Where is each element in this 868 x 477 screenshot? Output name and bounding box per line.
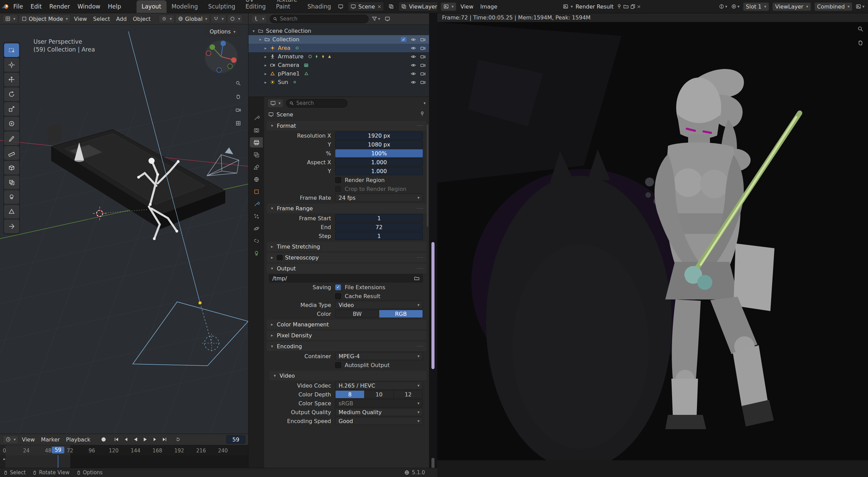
expand-icon[interactable]: ▸ (263, 80, 268, 85)
hide-eye-icon[interactable] (411, 62, 416, 68)
zoom-icon[interactable] (856, 24, 865, 34)
render-menu-image[interactable]: Image (478, 2, 500, 11)
depth-8-button[interactable]: 8 (336, 391, 365, 398)
resolution-y-field[interactable]: 1080 px (335, 140, 423, 149)
gizmo-z-neg[interactable] (217, 68, 222, 72)
outliner-row-pplane1[interactable]: ▸ pPlane1 (248, 69, 429, 78)
outliner-row-sun[interactable]: ▸ Sun (248, 78, 429, 86)
viewport-menu-add[interactable]: Add (113, 15, 129, 23)
tab-world[interactable] (250, 174, 263, 184)
properties-options-icon[interactable]: ▾ (424, 101, 426, 106)
gizmo-x-axis[interactable] (231, 57, 237, 63)
gizmo-z-axis[interactable] (220, 41, 226, 46)
panel-grip-icon[interactable]: ···· (416, 255, 424, 260)
timeline-menu-view[interactable]: View (19, 435, 38, 444)
panel-preset-icon[interactable]: ···· (416, 123, 424, 128)
snap-toggle[interactable]: ▾ (211, 15, 226, 23)
image-datablock-selector[interactable]: ▾ Render Result × (563, 3, 641, 10)
play-reverse-button[interactable] (131, 435, 140, 444)
menu-help[interactable]: Help (104, 2, 125, 11)
network-globe-icon[interactable] (404, 470, 410, 475)
tab-scene[interactable] (250, 162, 263, 172)
gizmo-x-neg[interactable] (206, 51, 211, 56)
expand-icon[interactable]: ▾ (251, 29, 256, 33)
zoom-icon[interactable] (234, 79, 243, 88)
gizmo-y-axis[interactable] (210, 44, 215, 50)
blender-logo-icon[interactable] (1, 2, 10, 11)
color-management-panel-header[interactable]: ▸ Color Management (267, 320, 426, 329)
editor-type-button[interactable]: ▾ (2, 15, 18, 23)
tab-particles[interactable] (250, 211, 263, 221)
timeline-ruler[interactable]: 0 24 48 72 96 120 144 168 192 216 240 59 (0, 445, 248, 455)
layer-dropdown[interactable]: ViewLayer▾ (772, 2, 811, 11)
cache-result-checkbox[interactable] (335, 293, 341, 299)
tab-shading[interactable]: Shading (302, 0, 336, 13)
tool-cursor[interactable] (4, 58, 19, 72)
color-wheel-icon[interactable]: ▾ (731, 2, 740, 11)
outliner-row-camera[interactable]: ▸ Camera (248, 61, 429, 69)
tool-move[interactable] (4, 73, 19, 86)
tool-measure[interactable] (4, 146, 19, 160)
color-rgb-button[interactable]: RGB (379, 310, 423, 318)
frame-start-field[interactable]: 1 (335, 214, 423, 222)
pass-dropdown[interactable]: Combined▾ (814, 2, 852, 11)
viewport-menu-view[interactable]: View (71, 15, 90, 23)
pixel-density-panel-header[interactable]: ▸ Pixel Density (267, 331, 426, 340)
format-panel-header[interactable]: ▾ Format ···· (267, 121, 426, 130)
tool-annotate[interactable] (4, 131, 19, 145)
image-editor-type-button[interactable]: ▾ (441, 2, 456, 11)
properties-editor[interactable]: ▾ ▾ Scene ▾ Format ···· Resolution X1920… (248, 97, 429, 468)
tab-modeling[interactable]: Modeling (167, 0, 203, 13)
outliner-display-mode-icon[interactable] (383, 14, 392, 23)
proportional-edit-toggle[interactable]: ▾ (227, 15, 243, 23)
properties-search[interactable] (286, 99, 347, 108)
light-origin-point[interactable] (198, 301, 202, 305)
next-keyframe-button[interactable] (151, 435, 159, 444)
tool-scale[interactable] (4, 102, 19, 116)
tool-extra-4[interactable] (4, 220, 19, 233)
camera-view-icon[interactable] (234, 106, 243, 114)
menu-file[interactable]: File (10, 2, 27, 11)
output-panel-header[interactable]: ▾ Output ···· (267, 264, 426, 273)
slot-dropdown[interactable]: Slot 1▾ (743, 2, 769, 11)
expand-icon[interactable]: ▸ (263, 71, 268, 76)
unlink-image-icon[interactable]: × (637, 4, 641, 9)
tab-modifiers[interactable] (250, 199, 263, 209)
panel-grip-icon[interactable]: ···· (416, 266, 424, 271)
outliner-filter-icon[interactable]: ▾ (371, 14, 380, 23)
expand-icon[interactable]: ▾ (258, 37, 262, 42)
frame-end-field[interactable]: 72 (335, 223, 423, 231)
menu-render[interactable]: Render (45, 2, 74, 11)
render-window[interactable]: ▾ View Image ▾ Render Result × ▾ ▾ Slot … (437, 0, 868, 477)
render-visibility-icon[interactable] (420, 37, 426, 42)
duplicate-image-icon[interactable] (630, 4, 636, 9)
outliner-row-collection[interactable]: ▾ Collection ✓ (248, 35, 429, 44)
transform-orientation-dropdown[interactable]: Global ▾ (175, 15, 210, 23)
output-path-field[interactable]: /tmp/ (269, 274, 423, 282)
expand-icon[interactable]: ▸ (263, 63, 268, 68)
render-visibility-icon[interactable] (420, 62, 426, 68)
timeline-editor-type-button[interactable]: ▾ (3, 435, 18, 444)
timeline-menu-playback[interactable]: Playback (63, 435, 93, 444)
3d-viewport[interactable]: ▾ Object Mode ▾ View Select Add Object ▾… (0, 13, 248, 434)
frame-step-field[interactable]: 1 (335, 232, 423, 240)
menu-window[interactable]: Window (74, 2, 104, 11)
tab-object-data[interactable] (250, 248, 263, 258)
tool-extra-3[interactable] (4, 205, 19, 219)
folder-icon[interactable] (414, 276, 419, 281)
color-bw-button[interactable]: BW (336, 310, 379, 318)
depth-10-button[interactable]: 10 (365, 391, 394, 398)
hide-eye-icon[interactable] (411, 45, 416, 51)
time-stretching-panel-header[interactable]: ▸ Time Stretching (267, 242, 426, 251)
collection-checkbox[interactable]: ✓ (401, 37, 407, 42)
autosplit-output-checkbox[interactable] (335, 362, 341, 368)
render-region-checkbox[interactable] (335, 177, 341, 183)
render-visibility-icon[interactable] (420, 54, 426, 59)
outliner-editor[interactable]: ▾ ▾ ▾ Scene Collection ▾ Collection ✓ (248, 13, 429, 97)
hide-eye-icon[interactable] (411, 71, 416, 76)
hide-eye-icon[interactable] (411, 37, 416, 42)
properties-scrollbar[interactable] (427, 124, 428, 227)
video-subpanel-header[interactable]: ▾ Video (270, 371, 426, 380)
playhead-line[interactable] (58, 455, 58, 468)
pan-hand-icon[interactable] (234, 92, 243, 101)
